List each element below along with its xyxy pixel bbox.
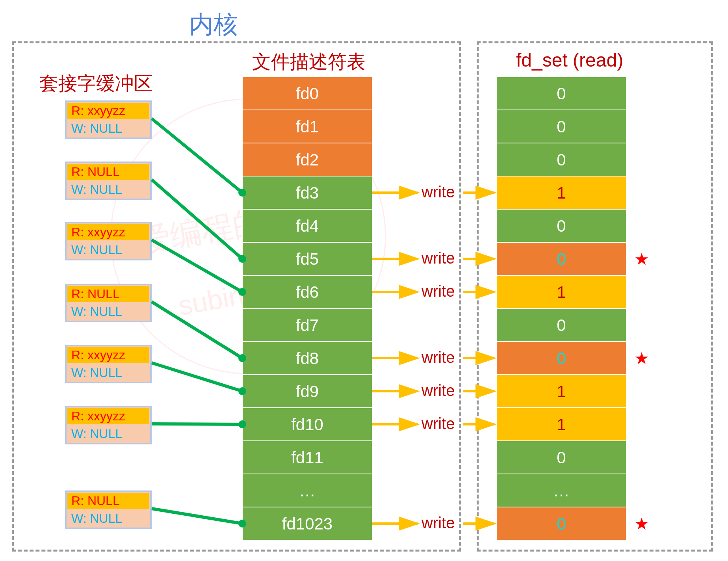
fdset-cell-9: 1 [496, 375, 626, 408]
fd-cell-10: fd10 [242, 408, 372, 441]
fdset-cell-7: 0 [496, 308, 626, 342]
write-label: write [422, 415, 455, 433]
fdset-cell-0: 0 [496, 77, 626, 110]
fd-table: fd0fd1fd2fd3fd4fd5fd6fd7fd8fd9fd10fd11…f… [242, 77, 372, 540]
buffer-box-6: R: NULLW: NULL [65, 490, 152, 529]
fdset-cell-10: 1 [496, 408, 626, 441]
buffer-read: R: xxyyzz [67, 102, 150, 120]
buffer-read: R: xxyyzz [67, 223, 150, 241]
fdset-cell-11: 0 [496, 441, 626, 474]
buffer-box-1: R: NULLW: NULL [65, 162, 152, 200]
buffer-write: W: NULL [67, 181, 150, 199]
fdset-cell-2: 0 [496, 143, 626, 176]
buffer-read: R: xxyyzz [67, 346, 150, 364]
buffer-box-3: R: NULLW: NULL [65, 284, 152, 322]
fdset-title: fd_set (read) [516, 49, 623, 71]
star-icon: ★ [634, 349, 649, 368]
buffer-read: R: NULL [67, 492, 150, 510]
fdset-table: 000100100110…0 [496, 77, 626, 540]
buffer-write: W: NULL [67, 120, 150, 137]
fd-cell-12: … [242, 474, 372, 507]
write-label: write [422, 282, 455, 300]
fd-cell-3: fd3 [242, 176, 372, 209]
fdset-cell-6: 1 [496, 275, 626, 308]
buffer-read: R: NULL [67, 163, 150, 181]
fd-cell-2: fd2 [242, 143, 372, 176]
fd-cell-9: fd9 [242, 375, 372, 408]
fd-cell-11: fd11 [242, 441, 372, 474]
fd-cell-0: fd0 [242, 77, 372, 110]
star-icon: ★ [634, 514, 649, 533]
buffer-box-2: R: xxyyzzW: NULL [65, 222, 152, 260]
buffer-write: W: NULL [67, 425, 150, 443]
write-label: write [422, 349, 455, 366]
kernel-title: 内核 [189, 8, 238, 41]
fdset-cell-3: 1 [496, 176, 626, 209]
fd-cell-1: fd1 [242, 110, 372, 143]
fd-cell-6: fd6 [242, 275, 372, 308]
write-label: write [422, 382, 455, 399]
write-label: write [422, 514, 455, 532]
fdset-cell-13: 0 [496, 507, 626, 540]
fd-cell-5: fd5 [242, 242, 372, 275]
fd-cell-4: fd4 [242, 209, 372, 242]
fdset-cell-12: … [496, 474, 626, 507]
buffer-box-4: R: xxyyzzW: NULL [65, 345, 152, 383]
fdset-cell-5: 0 [496, 242, 626, 275]
buffer-write: W: NULL [67, 364, 150, 382]
buffer-write: W: NULL [67, 303, 150, 321]
write-label: write [422, 249, 455, 267]
buffer-box-5: R: xxyyzzW: NULL [65, 406, 152, 444]
fd-cell-7: fd7 [242, 308, 372, 342]
buffer-read: R: NULL [67, 285, 150, 303]
fd-cell-8: fd8 [242, 342, 372, 375]
star-icon: ★ [634, 249, 649, 269]
fd-table-title: 文件描述符表 [252, 49, 366, 74]
buffer-read: R: xxyyzz [67, 407, 150, 425]
buffer-write: W: NULL [67, 241, 150, 259]
buffer-box-0: R: xxyyzzW: NULL [65, 100, 152, 139]
fdset-cell-1: 0 [496, 110, 626, 143]
socket-buffer-title: 套接字缓冲区 [39, 71, 153, 96]
write-label: write [422, 183, 455, 201]
fd-cell-13: fd1023 [242, 507, 372, 540]
fdset-cell-4: 0 [496, 209, 626, 242]
fdset-cell-8: 0 [496, 342, 626, 375]
buffer-write: W: NULL [67, 510, 150, 528]
